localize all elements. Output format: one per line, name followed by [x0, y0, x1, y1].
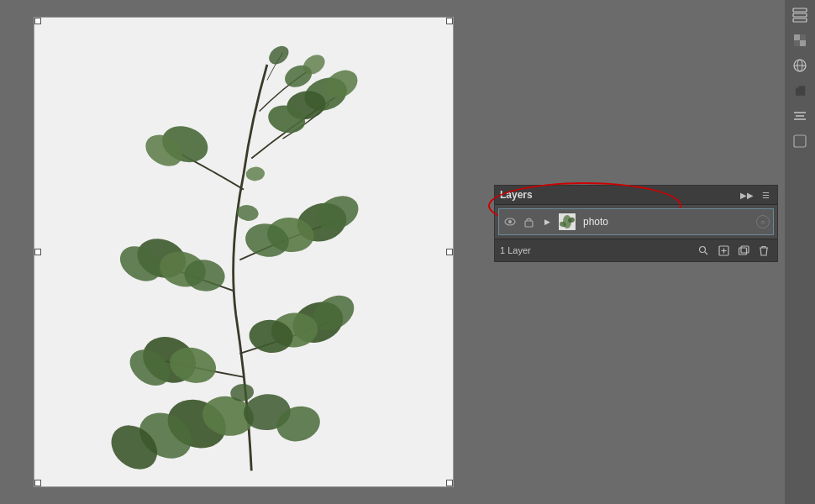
svg-point-8 — [266, 42, 292, 68]
layers-expand-icon[interactable]: ▶▶ — [738, 190, 756, 201]
misc-toolbar-icon[interactable] — [787, 129, 812, 153]
layers-panel: Layers ▶▶ ☰ ▶ — [494, 185, 778, 262]
svg-rect-58 — [796, 115, 804, 117]
layer-type-icon[interactable]: ▶ — [539, 214, 555, 229]
svg-rect-50 — [794, 34, 800, 40]
toolbar-right: ⬛ — [785, 0, 815, 504]
layer-row[interactable]: ▶ photo ○ — [498, 208, 774, 235]
layer-thumbnail — [558, 213, 576, 231]
layers-footer: 1 Layer — [495, 239, 777, 261]
svg-rect-47 — [793, 8, 807, 12]
layers-panel-title: Layers — [500, 189, 533, 201]
layers-search-icon[interactable] — [695, 243, 712, 258]
layers-menu-icon[interactable]: ☰ — [760, 190, 772, 201]
layers-delete-icon[interactable] — [755, 243, 772, 258]
document-canvas — [34, 17, 454, 487]
svg-rect-52 — [794, 40, 800, 46]
plant-image — [34, 18, 453, 486]
svg-rect-53 — [800, 40, 806, 46]
layers-group-icon[interactable] — [735, 243, 752, 258]
svg-point-30 — [245, 166, 266, 182]
svg-rect-45 — [739, 248, 746, 255]
svg-rect-57 — [794, 112, 806, 113]
layers-header-icons: ▶▶ ☰ — [738, 190, 772, 201]
align-toolbar-icon[interactable] — [787, 104, 812, 128]
layers-toolbar-icon[interactable] — [787, 3, 812, 27]
layers-footer-icons — [695, 243, 772, 258]
layer-count-label: 1 Layer — [500, 245, 531, 255]
layers-new-icon[interactable] — [715, 243, 732, 258]
svg-rect-49 — [793, 18, 807, 22]
svg-rect-35 — [525, 221, 533, 227]
grid-toolbar-icon[interactable]: ⬛ — [787, 79, 812, 102]
layer-name: photo — [580, 214, 753, 229]
fill-toolbar-icon[interactable] — [787, 29, 812, 52]
svg-point-40 — [700, 247, 706, 253]
canvas-area — [0, 0, 487, 504]
svg-point-34 — [508, 220, 512, 223]
layer-visibility-toggle[interactable] — [502, 214, 518, 229]
svg-rect-48 — [793, 13, 807, 17]
layers-header: Layers ▶▶ ☰ — [495, 186, 777, 205]
svg-rect-59 — [794, 118, 806, 120]
layer-lock-icon[interactable] — [521, 214, 536, 229]
panel-area: Layers ▶▶ ☰ ▶ — [487, 0, 785, 504]
svg-rect-60 — [794, 135, 806, 147]
layer-options-icon[interactable]: ○ — [756, 215, 770, 228]
svg-rect-46 — [741, 246, 749, 253]
svg-rect-51 — [800, 34, 806, 40]
globe-toolbar-icon[interactable] — [787, 54, 812, 77]
svg-line-41 — [705, 252, 707, 255]
